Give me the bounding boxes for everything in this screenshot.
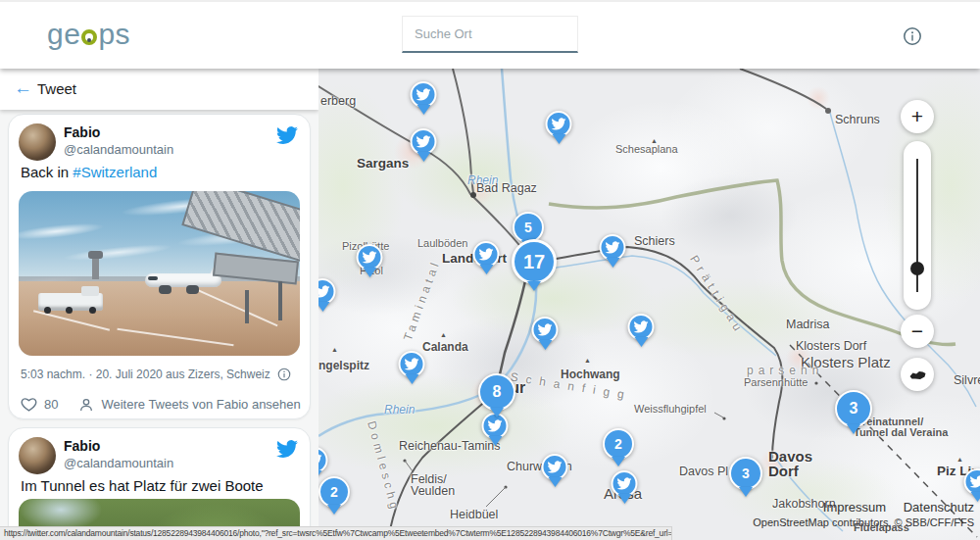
tweet-marker[interactable]	[542, 454, 568, 494]
logo-text-ge: ge	[47, 18, 80, 50]
map-label: Schesaplana	[615, 144, 678, 156]
peak-icon: ▲	[331, 346, 338, 353]
like-icon[interactable]	[21, 396, 37, 413]
tweet-marker[interactable]	[411, 81, 437, 122]
tweet-marker[interactable]	[473, 241, 500, 281]
twitter-icon[interactable]	[276, 124, 298, 146]
landquart-river-line	[536, 256, 776, 356]
railway-line	[534, 247, 782, 459]
map-label: erberg	[320, 95, 356, 108]
logo-o-icon	[81, 29, 97, 45]
tweet-info-icon[interactable]	[277, 368, 291, 381]
tweet-marker[interactable]	[399, 351, 425, 391]
tweet-cluster-marker[interactable]: 8	[478, 373, 515, 424]
marker-tail	[405, 374, 418, 391]
marker-tail	[416, 152, 430, 169]
zoom-out-button[interactable]: −	[901, 315, 934, 348]
tweet-marker[interactable]	[612, 470, 638, 511]
tweet-marker[interactable]	[411, 128, 437, 169]
photo-bridge-support	[245, 290, 249, 323]
twitter-bird-icon	[600, 234, 626, 261]
marker-tail	[847, 424, 860, 441]
tweet-marker[interactable]	[546, 111, 572, 151]
tweet-cluster-marker[interactable]: 3	[729, 457, 762, 504]
like-count: 80	[44, 397, 58, 412]
leader-line	[405, 461, 413, 471]
map-label: Rhein	[384, 404, 415, 417]
twitter-bird-icon	[532, 317, 559, 343]
tweet-text: Back in #Switzerland	[21, 164, 157, 180]
zoom-in-button[interactable]: +	[901, 100, 934, 133]
cluster-count: 17	[512, 239, 557, 284]
avatar[interactable]	[19, 123, 56, 161]
tweet-cluster-marker[interactable]: 2	[318, 476, 350, 521]
leader-dot	[814, 381, 817, 384]
twitter-icon[interactable]	[276, 438, 298, 460]
marker-tail	[739, 487, 753, 504]
marker-tail	[488, 436, 502, 453]
map-label: Silvretta	[954, 374, 980, 387]
cluster-count: 2	[603, 428, 634, 460]
tweet-marker[interactable]	[357, 244, 383, 284]
info-icon[interactable]	[903, 26, 922, 46]
panel-title: Tweet	[37, 80, 76, 97]
map-label: Heidbüel	[450, 509, 498, 521]
app: geps ← Tweet Fabio @calandamountain	[0, 0, 980, 540]
twitter-bird-icon	[628, 314, 655, 340]
tweet-marker[interactable]	[600, 234, 626, 274]
map-label: Laulböden	[417, 238, 467, 250]
twitter-bird-icon	[399, 351, 425, 377]
map-label: Dorf	[768, 464, 799, 479]
switzerland-extent-button[interactable]	[901, 358, 934, 391]
peak-icon: ▲	[584, 357, 591, 364]
twitter-bird-icon	[612, 470, 638, 497]
back-button[interactable]: ←	[14, 77, 32, 99]
datenschutz-link[interactable]: Datenschutz	[904, 500, 974, 515]
map[interactable]: erbergSargansRheinBad RagazSchrunsSchesa…	[318, 69, 980, 540]
marker-tail	[538, 340, 552, 357]
tweet-card-2[interactable]: Fabio @calandamountain Im Tunnel es hat …	[8, 427, 311, 540]
zoom-slider-knob[interactable]	[910, 262, 924, 275]
map-label: ngelspitz	[318, 360, 369, 372]
twitter-bird-icon	[318, 447, 328, 473]
map-label: Bad Ragaz	[476, 182, 537, 195]
leader-line	[714, 413, 723, 417]
user-icon[interactable]	[78, 397, 94, 413]
tweet-marker[interactable]	[532, 317, 559, 357]
tweet-cluster-marker[interactable]: 3	[835, 390, 872, 441]
map-attribution: Impressum Datenschutz OpenStreetMap cont…	[753, 500, 974, 528]
leader-line	[486, 487, 506, 507]
search-input[interactable]	[413, 25, 589, 42]
map-label: Weissfluhgipfel	[634, 404, 707, 416]
tweet-card-1[interactable]: Fabio @calandamountain Back in #Switzerl…	[8, 114, 311, 419]
twitter-bird-icon	[473, 241, 500, 268]
twitter-bird-icon	[411, 128, 437, 155]
tweet-marker[interactable]	[628, 314, 655, 354]
tweet-marker[interactable]	[318, 278, 336, 319]
tweet-hashtag-link[interactable]: #Switzerland	[73, 164, 157, 180]
peak-icon: ▲	[956, 456, 963, 463]
switzerland-icon	[908, 368, 927, 381]
marker-tail	[327, 505, 341, 521]
search-box[interactable]	[402, 16, 578, 53]
marker-tail	[612, 457, 625, 473]
geops-logo[interactable]: geps	[47, 18, 130, 51]
osm-attribution: OpenStreetMap contributors, © SBB/CFF/FF…	[753, 516, 974, 528]
panel-header: ← Tweet	[0, 69, 318, 110]
more-tweets-link[interactable]: Weitere Tweets von Fabio ansehen	[101, 397, 300, 412]
tweet-author-handle: @calandamountain	[64, 456, 173, 470]
twitter-bird-icon	[411, 81, 437, 108]
railway-line	[740, 69, 826, 109]
zoom-slider[interactable]	[904, 141, 931, 310]
tweet-photo-airport[interactable]	[19, 191, 300, 356]
map-label: Davos Pl	[679, 466, 728, 478]
browser-status-bar: https://twitter.com/calandamountain/stat…	[0, 526, 672, 540]
impressum-link[interactable]: Impressum	[823, 500, 886, 515]
marker-tail	[606, 258, 619, 274]
avatar[interactable]	[19, 437, 56, 474]
tweet-cluster-marker[interactable]: 2	[603, 428, 634, 473]
map-label: parsenn	[747, 365, 823, 377]
marker-tail	[552, 134, 565, 151]
map-label: Schruns	[835, 114, 880, 126]
tweet-cluster-marker[interactable]: 17	[512, 239, 557, 298]
